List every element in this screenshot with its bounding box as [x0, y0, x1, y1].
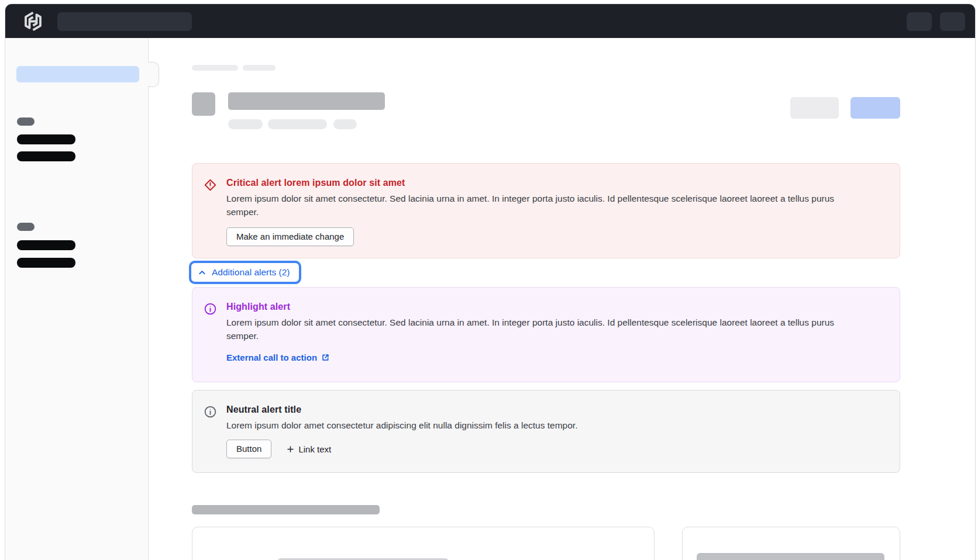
- neutral-alert-body: Lorem ipsum dolor amet consectetur adipi…: [226, 419, 577, 432]
- sidebar-group-label-skeleton: [17, 223, 35, 231]
- page-icon-skeleton: [192, 92, 215, 116]
- critical-alert: Critical alert lorem ipsum dolor sit ame…: [192, 163, 900, 258]
- sidebar: [5, 38, 149, 560]
- card-content-skeleton: [697, 553, 884, 560]
- nav-action-skeleton: [940, 12, 965, 31]
- critical-alert-content: Critical alert lorem ipsum dolor sit ame…: [226, 178, 841, 258]
- app-window: Critical alert lorem ipsum dolor sit ame…: [5, 4, 976, 560]
- highlight-alert-content: Highlight alert Lorem ipsum dolor sit am…: [226, 302, 841, 382]
- main-area: Critical alert lorem ipsum dolor sit ame…: [149, 38, 975, 560]
- highlight-alert: Highlight alert Lorem ipsum dolor sit am…: [192, 287, 900, 382]
- alert-diamond-icon: [204, 178, 217, 192]
- sidebar-item-skeleton: [17, 258, 75, 268]
- content-card: [192, 527, 655, 560]
- neutral-alert-button[interactable]: Button: [226, 440, 271, 458]
- critical-alert-title: Critical alert lorem ipsum dolor sit ame…: [226, 178, 841, 188]
- info-circle-icon: [204, 302, 217, 316]
- page-meta-skeleton: [268, 119, 327, 129]
- neutral-alert-title: Neutral alert title: [226, 405, 577, 415]
- highlight-alert-title: Highlight alert: [226, 302, 841, 312]
- plus-icon: [287, 445, 294, 453]
- sidebar-collapse-handle[interactable]: [148, 62, 159, 87]
- highlight-alert-external-link[interactable]: External call to action: [226, 352, 330, 362]
- highlight-alert-body: Lorem ipsum dolor sit amet consectetur. …: [226, 316, 841, 343]
- neutral-alert-link-label: Link text: [298, 444, 331, 454]
- external-link-icon: [321, 353, 330, 362]
- nav-action-skeleton: [907, 12, 932, 31]
- critical-alert-action-button[interactable]: Make an immediate change: [226, 227, 354, 246]
- neutral-alert-actions: Button Link text: [226, 440, 577, 458]
- page-meta-skeleton: [333, 119, 357, 129]
- section-title-skeleton: [192, 505, 380, 514]
- critical-alert-body: Lorem ipsum dolor sit amet consectetur. …: [226, 192, 841, 219]
- neutral-alert: Neutral alert title Lorem ipsum dolor am…: [192, 390, 900, 473]
- page-content: Critical alert lorem ipsum dolor sit ame…: [192, 38, 900, 560]
- sidebar-selected-item-skeleton: [16, 66, 139, 82]
- chevron-up-icon: [198, 268, 206, 277]
- sidebar-item-skeleton: [17, 151, 75, 161]
- sidebar-item-skeleton: [17, 240, 75, 250]
- nav-search-skeleton: [57, 12, 192, 31]
- neutral-alert-content: Neutral alert title Lorem ipsum dolor am…: [226, 405, 577, 472]
- additional-alerts-toggle[interactable]: Additional alerts (2): [189, 261, 301, 284]
- primary-button-skeleton: [850, 97, 900, 119]
- additional-alerts-toggle-label: Additional alerts (2): [212, 267, 290, 278]
- top-navigation: [5, 4, 975, 38]
- page-title-skeleton: [228, 92, 385, 110]
- sidebar-item-skeleton: [17, 134, 75, 144]
- sidebar-group-label-skeleton: [17, 117, 35, 126]
- content-card: [682, 527, 900, 560]
- secondary-button-skeleton: [790, 97, 839, 119]
- page-meta-skeleton: [228, 119, 263, 129]
- hashicorp-logo-icon[interactable]: [22, 11, 44, 32]
- frame-body: Critical alert lorem ipsum dolor sit ame…: [5, 38, 975, 560]
- neutral-alert-link[interactable]: Link text: [287, 444, 331, 454]
- highlight-alert-link-label: External call to action: [226, 352, 317, 362]
- breadcrumb-skeleton: [243, 65, 276, 71]
- screen: Critical alert lorem ipsum dolor sit ame…: [0, 0, 978, 560]
- info-circle-icon: [204, 405, 217, 419]
- breadcrumb-skeleton: [192, 65, 238, 71]
